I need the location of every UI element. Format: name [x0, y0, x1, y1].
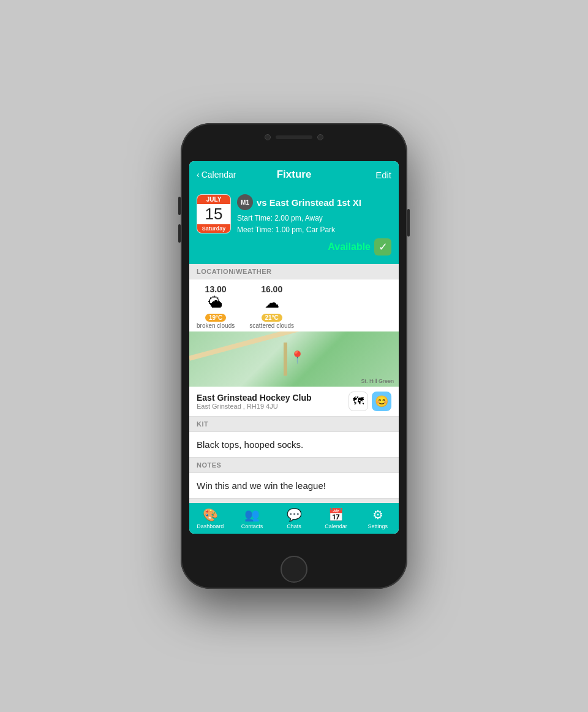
fixture-info: M1 vs East Grinstead 1st XI Start Time: … — [237, 194, 391, 256]
calendar-weekday: Saturday — [197, 224, 230, 233]
back-button[interactable]: ‹ Calendar — [197, 170, 236, 180]
front-camera — [265, 134, 271, 140]
kit-section: KIT Black tops, hooped socks. — [189, 417, 399, 458]
calendar-icon: July 15 Saturday — [197, 194, 231, 233]
earpiece-speaker — [276, 135, 312, 139]
location-details: East Grinstead Hockey Club East Grinstea… — [197, 393, 312, 410]
weather-time-1: 13.00 🌥 19°C broken clouds — [197, 284, 235, 329]
calendar-day: 15 — [197, 204, 230, 224]
weather-time-2-label: 16.00 — [249, 284, 294, 294]
volume-down-button — [178, 224, 181, 243]
nav-contacts[interactable]: 👥 Contacts — [231, 507, 273, 529]
contacts-icon: 👥 — [244, 507, 260, 522]
dashboard-label: Dashboard — [197, 523, 224, 529]
fixture-start-time: Start Time: 2.00 pm, Away — [237, 213, 391, 224]
team-badge: M1 — [237, 194, 253, 210]
weather-desc-2: scattered clouds — [249, 322, 294, 329]
fixture-title-row: M1 vs East Grinstead 1st XI — [237, 194, 391, 210]
location-section-header: LOCATION/WEATHER — [189, 264, 399, 279]
calendar-nav-icon: 📅 — [328, 507, 344, 522]
phone-top-elements — [265, 134, 323, 140]
map-container[interactable]: 📍 St. Hill Green — [189, 331, 399, 387]
power-button — [407, 209, 410, 237]
kit-section-header: KIT — [189, 417, 399, 432]
map-background: 📍 St. Hill Green — [189, 331, 399, 387]
phone-screen: ‹ Calendar Fixture Edit July 15 Saturday… — [189, 161, 399, 534]
bottom-navigation: 🎨 Dashboard 👥 Contacts 💬 Chats 📅 Calenda… — [189, 503, 399, 534]
chats-label: Chats — [287, 523, 301, 529]
fixture-header: July 15 Saturday M1 vs East Grinstead 1s… — [189, 188, 399, 264]
phone-shell: ‹ Calendar Fixture Edit July 15 Saturday… — [181, 123, 407, 589]
contacts-label: Contacts — [241, 523, 263, 529]
fixture-title: vs East Grinstead 1st XI — [257, 197, 361, 208]
weather-temp-2: 21°C — [262, 314, 282, 322]
weather-time-1-label: 13.00 — [197, 284, 235, 294]
dashboard-icon: 🎨 — [203, 507, 218, 522]
availability-row: Available ✓ — [237, 238, 391, 256]
map-app-icons: 🗺 😊 — [349, 392, 391, 411]
settings-label: Settings — [368, 523, 388, 529]
notes-section: NOTES Win this and we win the league! — [189, 458, 399, 499]
waze-button[interactable]: 😊 — [372, 392, 391, 411]
navigation-bar: ‹ Calendar Fixture Edit — [189, 161, 399, 188]
map-pin-icon: 📍 — [290, 350, 305, 365]
fixture-meet-time: Meet Time: 1.00 pm, Car Park — [237, 224, 391, 236]
map-area-label: St. Hill Green — [361, 378, 394, 384]
sensor — [317, 134, 323, 140]
chevron-left-icon: ‹ — [197, 170, 200, 180]
location-info-row: East Grinstead Hockey Club East Grinstea… — [189, 387, 399, 416]
availability-check-icon[interactable]: ✓ — [374, 238, 391, 256]
settings-icon: ⚙ — [372, 507, 383, 522]
notes-section-header: NOTES — [189, 458, 399, 473]
weather-temp-1: 19°C — [205, 314, 226, 322]
calendar-month: July — [197, 195, 230, 204]
chats-icon: 💬 — [287, 507, 302, 522]
edit-button[interactable]: Edit — [375, 170, 391, 180]
nav-calendar[interactable]: 📅 Calendar — [315, 507, 356, 529]
nav-dashboard[interactable]: 🎨 Dashboard — [189, 507, 231, 529]
nav-title: Fixture — [277, 169, 312, 181]
home-button[interactable] — [281, 556, 307, 583]
back-label: Calendar — [202, 170, 236, 180]
nav-settings[interactable]: ⚙ Settings — [357, 507, 399, 529]
location-address: East Grinstead , RH19 4JU — [197, 403, 312, 410]
nav-chats[interactable]: 💬 Chats — [273, 507, 315, 529]
weather-desc-1: broken clouds — [197, 322, 235, 329]
weather-row: 13.00 🌥 19°C broken clouds 16.00 ☁ 21°C … — [189, 279, 399, 331]
weather-icon-2: ☁ — [249, 294, 294, 311]
google-maps-button[interactable]: 🗺 — [349, 392, 368, 411]
notes-content: Win this and we win the league! — [189, 473, 399, 499]
weather-time-2: 16.00 ☁ 21°C scattered clouds — [249, 284, 294, 329]
volume-up-button — [178, 197, 181, 215]
scrollable-content: LOCATION/WEATHER 13.00 🌥 19°C broken clo… — [189, 264, 399, 524]
location-weather-section: LOCATION/WEATHER 13.00 🌥 19°C broken clo… — [189, 264, 399, 417]
map-road-2 — [284, 343, 287, 376]
availability-text: Available — [328, 241, 371, 252]
weather-icon-1: 🌥 — [197, 294, 235, 311]
calendar-label: Calendar — [325, 523, 347, 529]
kit-content: Black tops, hooped socks. — [189, 432, 399, 458]
location-name: East Grinstead Hockey Club — [197, 393, 312, 403]
